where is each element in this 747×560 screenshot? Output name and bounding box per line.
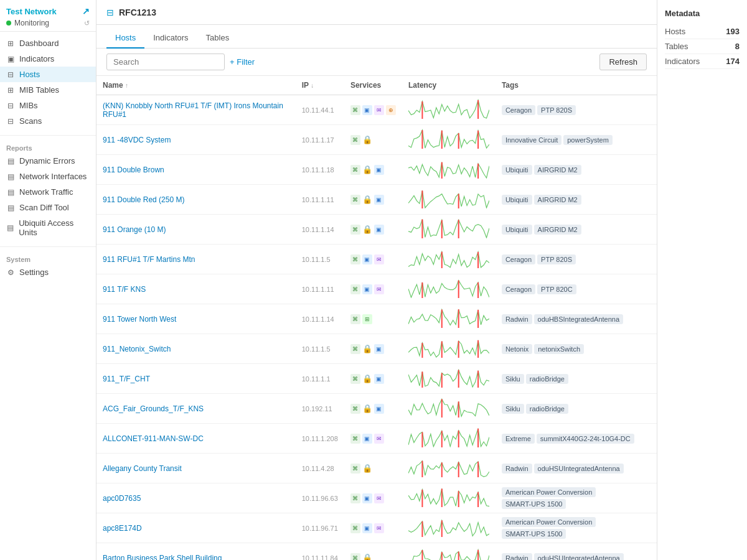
table-row: 911 T/F KNS 10.11.1.11 ⌘▣✉ CeragonPTP 82… — [96, 274, 657, 304]
host-link[interactable]: 911 Tower North West — [103, 315, 176, 324]
sidebar-item-hosts[interactable]: ⊟ Hosts — [0, 67, 96, 82]
snmp-icon: ⌘ — [350, 284, 360, 294]
cell-name: Allegany County Transit — [96, 454, 296, 483]
tags-container: NetonixnetonixSwitch — [502, 344, 651, 354]
cell-latency — [402, 274, 496, 304]
sidebar-item-settings[interactable]: ⚙ Settings — [0, 264, 96, 280]
tab-hosts[interactable]: Hosts — [106, 28, 144, 49]
cell-services: ⌘▣✉ — [344, 424, 402, 454]
ip-text: 10.11.11.84 — [302, 554, 338, 561]
tags-container: RadwinoduHSUIntegratedAntenna — [502, 553, 651, 561]
cell-tags: CeragonPTP 820C — [496, 274, 657, 304]
cell-services: ⌘⊞ — [344, 304, 402, 334]
ssh-icon: ▣ — [362, 493, 372, 503]
cell-tags: UbiquitiAIRGRID M2 — [496, 155, 657, 185]
host-link[interactable]: 911 Double Red (250 M) — [103, 195, 184, 204]
sidebar-item-network-interfaces[interactable]: ▤ Network Interfaces — [0, 169, 96, 184]
cell-name: 911_Netonix_Switch — [96, 334, 296, 364]
tags-container: SikluradioBridge — [502, 404, 651, 414]
tags-container: American Power ConversionSMART-UPS 1500 — [502, 487, 651, 509]
ip-text: 10.11.1.5 — [302, 256, 331, 263]
lock-icon: 🔒 — [362, 195, 372, 204]
ip-text: 10.11.1.208 — [302, 435, 338, 442]
host-link[interactable]: Allegany County Transit — [103, 464, 182, 473]
cell-services: ⌘🔒▣ — [344, 185, 402, 215]
sidebar-item-network-traffic[interactable]: ▤ Network Traffic — [0, 184, 96, 200]
tag: radioBridge — [526, 374, 568, 384]
tag: Radwin — [502, 464, 532, 474]
sidebar-header: Test Network ↗ Monitoring ↺ — [0, 0, 96, 32]
cell-latency — [402, 215, 496, 245]
meta-label: Hosts — [665, 27, 685, 36]
tab-indicators[interactable]: Indicators — [144, 28, 197, 49]
cell-services: ⌘🔒▣ — [344, 334, 402, 364]
dynamic-errors-icon: ▤ — [6, 157, 15, 166]
host-link[interactable]: apc8E174D — [103, 524, 142, 533]
tag: Ceragon — [502, 105, 535, 115]
cell-latency — [402, 185, 496, 215]
col-ip[interactable]: IP ↓ — [296, 76, 344, 95]
snmp-icon: ⌘ — [350, 314, 360, 324]
host-link[interactable]: 911 -48VDC System — [103, 136, 171, 144]
snmp-icon: ⌘ — [350, 374, 360, 384]
cell-services: ⌘🔒 — [344, 454, 402, 483]
table-row: Barton Business Park Shell Building 10.1… — [96, 543, 657, 561]
cell-tags: ExtremesummitX440G2-24t-10G4-DC — [496, 424, 657, 454]
tag: PTP 820C — [537, 284, 576, 294]
service-icons: ⌘🔒 — [350, 135, 396, 145]
search-input[interactable] — [106, 54, 225, 70]
table-row: 911 RFU#1 T/F Martins Mtn 10.11.1.5 ⌘▣✉ … — [96, 245, 657, 274]
col-tags: Tags — [496, 76, 657, 95]
meta-value: 193 — [726, 27, 740, 36]
nav-section: ⊞ Dashboard ▣ Indicators ⊟ Hosts ⊞ MIB T… — [0, 32, 96, 133]
tab-tables[interactable]: Tables — [197, 28, 238, 49]
topbar-icon: ⊟ — [106, 7, 114, 17]
tag: Siklu — [502, 374, 524, 384]
host-link[interactable]: apc0D7635 — [103, 494, 141, 503]
snmp-icon: ⌘ — [350, 464, 360, 474]
cell-tags: UbiquitiAIRGRID M2 — [496, 215, 657, 245]
host-link[interactable]: (KNN) Knobbly North RFU#1 T/F (IMT) Iron… — [103, 101, 283, 119]
table-row: apc8E174D 10.11.96.71 ⌘▣✉ American Power… — [96, 513, 657, 543]
host-link[interactable]: ACG_Fair_Grounds_T/F_KNS — [103, 404, 204, 413]
cell-latency — [402, 304, 496, 334]
sidebar-item-scans[interactable]: ⊟ Scans — [0, 113, 96, 129]
filter-link[interactable]: + Filter — [230, 57, 255, 67]
cell-tags: Innovative CircuitpowerSystem — [496, 125, 657, 155]
network-name[interactable]: Test Network ↗ — [6, 6, 90, 16]
host-link[interactable]: 911 RFU#1 T/F Martins Mtn — [103, 255, 195, 264]
host-link[interactable]: 911_T/F_CHT — [103, 375, 150, 383]
ip-text: 10.11.1.17 — [302, 136, 334, 144]
ip-text: 10.11.4.28 — [302, 465, 334, 472]
tags-container: CeragonPTP 820C — [502, 284, 651, 294]
host-link[interactable]: Barton Business Park Shell Building — [103, 554, 222, 561]
cell-name: 911 RFU#1 T/F Martins Mtn — [96, 245, 296, 274]
sidebar-item-mib-tables[interactable]: ⊞ MIB Tables — [0, 82, 96, 98]
refresh-button[interactable]: Refresh — [599, 54, 647, 70]
host-link[interactable]: 911_Netonix_Switch — [103, 345, 171, 353]
lock-icon: 🔒 — [362, 553, 372, 560]
sidebar-item-dashboard[interactable]: ⊞ Dashboard — [0, 35, 96, 51]
sidebar-item-scan-diff-tool[interactable]: ▤ Scan Diff Tool — [0, 200, 96, 215]
cell-name: ACG_Fair_Grounds_T/F_KNS — [96, 394, 296, 424]
cell-name: ALLCONET-911-MAN-SW-DC — [96, 424, 296, 454]
sidebar-item-mibs[interactable]: ⊟ MIBs — [0, 98, 96, 113]
host-link[interactable]: 911 T/F KNS — [103, 285, 146, 294]
table-row: 911_Netonix_Switch 10.11.1.5 ⌘🔒▣ Netonix… — [96, 334, 657, 364]
sidebar-item-dynamic-errors[interactable]: ▤ Dynamic Errors — [0, 153, 96, 169]
network-link-icon[interactable]: ↗ — [82, 6, 90, 16]
sidebar-item-ubiquiti[interactable]: ▤ Ubiquiti Access Units — [0, 215, 96, 240]
table-row: 911 Double Brown 10.11.1.18 ⌘🔒▣ Ubiquiti… — [96, 155, 657, 185]
cell-services: ⌘▣✉ — [344, 483, 402, 513]
col-name[interactable]: Name ↑ — [96, 76, 296, 95]
cell-ip: 10.11.1.5 — [296, 245, 344, 274]
host-link[interactable]: 911 Double Brown — [103, 166, 164, 174]
host-link[interactable]: ALLCONET-911-MAN-SW-DC — [103, 434, 204, 443]
cell-services: ⌘🔒 — [344, 125, 402, 155]
ssh-icon: ▣ — [362, 254, 372, 264]
host-link[interactable]: 911 Orange (10 M) — [103, 225, 166, 234]
sidebar-item-indicators[interactable]: ▣ Indicators — [0, 51, 96, 67]
table-row: ACG_Fair_Grounds_T/F_KNS 10.192.11 ⌘🔒▣ S… — [96, 394, 657, 424]
tag: PTP 820S — [537, 105, 576, 115]
cell-latency — [402, 334, 496, 364]
